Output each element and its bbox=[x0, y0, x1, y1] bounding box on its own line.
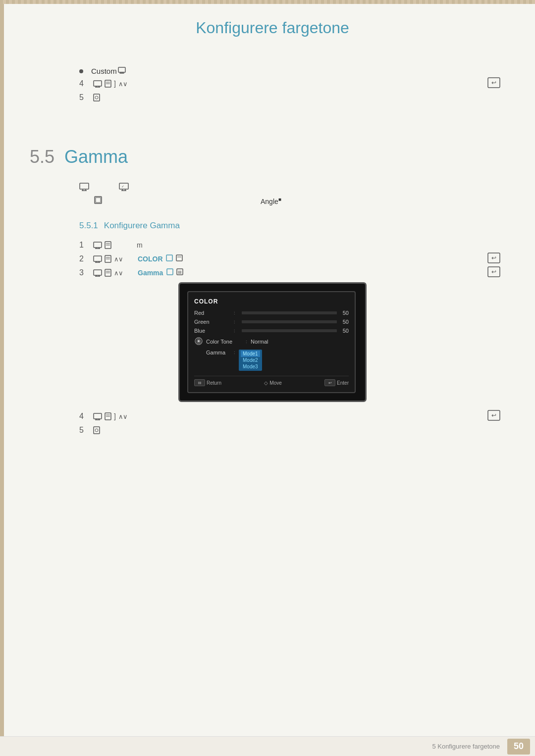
custom-label: Custom bbox=[91, 67, 117, 75]
osd-green-bar bbox=[242, 320, 337, 323]
step-5-bottom: 5 bbox=[79, 426, 515, 435]
step-4-bottom-icons: ] ∧∨ bbox=[93, 412, 133, 420]
step-2-copy-icon: ↩ bbox=[487, 252, 500, 265]
osd-row-red: Red : 50 bbox=[194, 310, 349, 316]
osd-gamma-dropdown: Mode1 Mode2 Mode3 bbox=[239, 350, 262, 371]
osd-return-btn: III Return bbox=[194, 379, 221, 386]
step-3-gamma-label: Gamma bbox=[138, 269, 163, 277]
svg-rect-3 bbox=[94, 81, 102, 86]
svg-text:↩: ↩ bbox=[491, 254, 496, 261]
step-3: 3 ∧∨ Gamma bbox=[79, 268, 515, 277]
step2-icon-after-color bbox=[166, 254, 173, 261]
button-icon bbox=[105, 80, 111, 88]
section-5-5-number: 5.5 bbox=[30, 147, 54, 167]
step-5-icons bbox=[93, 94, 133, 101]
osd-blue-bar bbox=[242, 329, 337, 332]
step3-thin-icon: ▤ bbox=[176, 268, 183, 275]
svg-rect-32 bbox=[94, 256, 102, 261]
step-1-icons bbox=[93, 241, 133, 249]
intro-small-icon bbox=[94, 196, 102, 204]
step4b-bracket: ] bbox=[114, 412, 116, 420]
svg-point-57 bbox=[198, 340, 200, 342]
step2-b-icon2 bbox=[176, 254, 183, 261]
svg-point-68 bbox=[95, 429, 98, 432]
step-4-bottom: 4 ] ∧∨ ↩ bbox=[79, 412, 515, 421]
osd-gamma-label: Gamma bbox=[194, 350, 234, 355]
step-4-bottom-num: 4 bbox=[79, 412, 89, 421]
osd-title: COLOR bbox=[194, 298, 349, 305]
step-1: 1 m bbox=[79, 241, 515, 250]
osd-return-icon: III bbox=[194, 379, 205, 386]
osd-colortone-label: Color Tone bbox=[206, 339, 246, 345]
step3-icon-after-gamma bbox=[166, 268, 173, 275]
svg-text:▤: ▤ bbox=[178, 270, 182, 274]
section-5-5-title: Gamma bbox=[64, 147, 128, 167]
osd-gamma-mode1: Mode1 bbox=[241, 351, 260, 357]
monitor-frame: COLOR Red : 50 Green : bbox=[178, 282, 367, 402]
step-5-top: 5 bbox=[79, 93, 515, 102]
osd-screen: COLOR Red : 50 Green : bbox=[187, 291, 356, 393]
svg-rect-51 bbox=[167, 269, 173, 275]
svg-text:↩: ↩ bbox=[491, 268, 496, 275]
svg-rect-58 bbox=[94, 413, 102, 419]
osd-gamma-mode2: Mode2 bbox=[241, 357, 260, 363]
osd-colortone-value: Normal bbox=[251, 339, 268, 345]
steps-list-5-5-1: 1 m 2 bbox=[79, 241, 515, 277]
section-5-5-heading: 5.5 Gamma bbox=[30, 147, 515, 167]
step-4-bottom-copy-icon: ↩ bbox=[487, 410, 500, 423]
step3-b-icon bbox=[105, 269, 111, 277]
monitor-icon bbox=[93, 80, 102, 88]
custom-icon bbox=[118, 67, 126, 75]
osd-blue-bar-container: : bbox=[234, 328, 337, 333]
osd-blue-label: Blue bbox=[194, 328, 234, 334]
svg-rect-44 bbox=[94, 270, 102, 275]
osd-row-gamma: Gamma : Mode1 Mode2 Mode3 bbox=[194, 350, 349, 371]
svg-text:✓: ✓ bbox=[121, 185, 124, 188]
svg-text:↩: ↩ bbox=[491, 412, 496, 419]
section-5-5-intro-2: Angle■ bbox=[79, 196, 515, 206]
intro-icon-2 bbox=[94, 196, 102, 206]
top-decorative-bar bbox=[0, 0, 535, 4]
osd-green-value: 50 bbox=[337, 319, 349, 325]
osd-move-btn: ◇ Move bbox=[264, 380, 281, 386]
svg-rect-67 bbox=[94, 427, 100, 434]
step-4-icons: ] ∧∨ bbox=[93, 80, 133, 88]
step2-wave: ∧∨ bbox=[114, 255, 123, 263]
top-section: Custom 4 bbox=[79, 67, 515, 102]
step-5-bottom-num: 5 bbox=[79, 426, 89, 435]
svg-text:↩: ↩ bbox=[491, 79, 496, 86]
svg-rect-25 bbox=[94, 242, 102, 248]
svg-rect-39 bbox=[166, 255, 172, 261]
step-1-m-label: m bbox=[137, 241, 143, 249]
page-title: Konfigurere fargetone bbox=[30, 19, 515, 37]
osd-move-label: Move bbox=[269, 380, 281, 386]
osd-move-icon: ◇ bbox=[264, 380, 268, 386]
wave-icon: ∧∨ bbox=[118, 80, 127, 88]
osd-green-bar-container: : bbox=[234, 319, 337, 324]
osd-green-label: Green bbox=[194, 319, 234, 325]
svg-rect-14 bbox=[80, 183, 89, 189]
svg-rect-40 bbox=[176, 255, 182, 261]
step-num-4: 4 bbox=[79, 79, 89, 88]
subsection-5-5-1-title: Konfigurere Gamma bbox=[104, 221, 180, 231]
osd-red-bar bbox=[242, 311, 337, 314]
osd-red-value: 50 bbox=[337, 310, 349, 316]
step-2-color-label: COLOR bbox=[138, 255, 163, 263]
osd-enter-btn: ↩ Enter bbox=[324, 379, 349, 386]
subsection-5-5-1: 5.5.1 Konfigurere Gamma bbox=[79, 221, 515, 231]
svg-rect-0 bbox=[118, 67, 125, 72]
step-2: 2 ∧∨ COLOR bbox=[79, 254, 515, 263]
small-button-icon bbox=[93, 94, 100, 101]
step-4-top: 4 ] ∧∨ bbox=[79, 79, 515, 88]
osd-blue-value: 50 bbox=[337, 328, 349, 334]
step1-b-icon bbox=[105, 241, 111, 249]
osd-row-blue: Blue : 50 bbox=[194, 328, 349, 334]
osd-screenshot: COLOR Red : 50 Green : bbox=[178, 282, 515, 402]
svg-rect-12 bbox=[94, 94, 100, 101]
intro-monitor-right: ✓ bbox=[119, 183, 129, 191]
subsection-5-5-1-number: 5.5.1 bbox=[79, 221, 98, 231]
footer-section-label: 5 Konfigurere fargetone bbox=[432, 743, 500, 750]
step-3-num: 3 bbox=[79, 268, 89, 277]
bracket-icon: ] bbox=[114, 80, 116, 88]
osd-colortone-icon bbox=[194, 337, 203, 347]
